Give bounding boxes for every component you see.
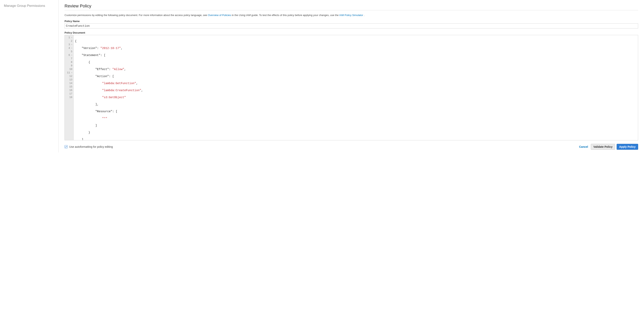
autoformat-label: Use autoformatting for policy editing <box>69 145 113 148</box>
page-title: Review Policy <box>64 3 638 10</box>
validate-policy-button[interactable]: Validate Policy <box>591 144 615 150</box>
autoformat-checkbox[interactable]: Use autoformatting for policy editing <box>64 145 113 148</box>
editor-gutter: 1 2 3 4 5 6 7 8 9 10 11 12 13 14 15 16 1… <box>65 35 74 140</box>
code-area[interactable]: { "Version": "2012-10-17", "Statement": … <box>74 35 638 140</box>
desc-text: Customize permissions by editing the fol… <box>64 14 208 16</box>
policy-name-label: Policy Name <box>64 20 638 23</box>
desc-text: guide. To test the effects of this polic… <box>252 14 340 16</box>
guide-name: Using IAM <box>239 14 251 16</box>
desc-text: . <box>364 14 364 16</box>
overview-of-policies-link[interactable]: Overview of Policies <box>208 14 231 16</box>
apply-policy-button[interactable]: Apply Policy <box>617 144 638 150</box>
policy-document-label: Policy Document <box>64 31 638 34</box>
desc-text: in the <box>232 14 239 16</box>
page-description: Customize permissions by editing the fol… <box>64 13 638 17</box>
cancel-button[interactable]: Cancel <box>579 145 588 148</box>
sidebar-title: Manage Group Permissions <box>4 4 54 8</box>
iam-policy-simulator-link[interactable]: IAM Policy Simulator <box>340 14 363 16</box>
policy-document-editor[interactable]: 1 2 3 4 5 6 7 8 9 10 11 12 13 14 15 16 1… <box>64 35 638 140</box>
checkbox-box <box>64 145 68 148</box>
sidebar: Manage Group Permissions <box>0 0 59 153</box>
main-panel: Review Policy Customize permissions by e… <box>59 0 644 153</box>
footer-bar: Use autoformatting for policy editing Ca… <box>64 144 638 150</box>
policy-name-input[interactable] <box>64 23 638 28</box>
checkmark-icon <box>65 146 67 148</box>
